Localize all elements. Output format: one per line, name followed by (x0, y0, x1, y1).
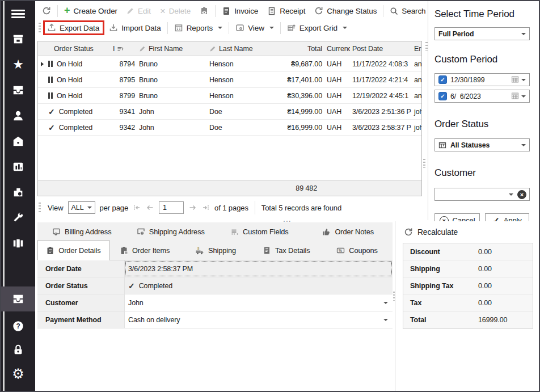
checkbox-checked-icon[interactable]: ✓ (438, 75, 447, 84)
delete-button[interactable]: × Delete (155, 3, 195, 18)
table-row[interactable]: ✓Completed 9342 John Doe ₴16,999.00 UAH … (38, 120, 421, 136)
form-row-order-status: Order Status ✓ Completed (37, 277, 393, 294)
sidebar-item-store[interactable] (1, 26, 35, 52)
sidebar-item-products[interactable] (1, 128, 35, 154)
splitter-grip[interactable] (423, 159, 425, 168)
column-header-first-name[interactable]: First Name (137, 45, 207, 53)
date-to-field[interactable]: ✓ 6/ 6/2023 (434, 90, 530, 103)
plus-icon: + (64, 5, 70, 15)
column-header-email[interactable]: Er (412, 45, 421, 53)
change-status-button[interactable]: Change Status (310, 3, 381, 18)
column-header-id[interactable]: I (112, 45, 137, 53)
pencil-icon (209, 45, 216, 52)
view-eye-icon (235, 23, 244, 32)
table-row[interactable]: On Hold 8794 Bruno Henson ₴9,687.00 UAH … (38, 56, 421, 72)
create-order-button[interactable]: + Create Order (60, 3, 122, 18)
checkbox-checked-icon[interactable]: ✓ (438, 92, 447, 100)
tab-shipping-address[interactable]: Shipping Address (126, 222, 216, 241)
date-from-field[interactable]: ✓ 12/30/1899 (434, 73, 530, 86)
sidebar-item-orders[interactable] (1, 77, 35, 103)
receipt-button[interactable]: Receipt (263, 3, 310, 18)
customer-dropdown[interactable]: John (125, 294, 393, 311)
of-pages-label: of 1 pages (214, 204, 248, 212)
page-number-input[interactable]: 1 (159, 201, 184, 214)
column-header-total[interactable]: Total (276, 45, 324, 53)
invoice-button[interactable]: Invoice (217, 3, 263, 18)
order-status-field[interactable]: ✓ Completed (125, 277, 393, 294)
bar-chart-icon (12, 161, 24, 173)
chevron-down-icon (521, 33, 526, 35)
clear-customer-icon[interactable]: × (517, 190, 526, 199)
previous-page-button[interactable] (146, 204, 154, 212)
gear-icon: ⚙ (12, 367, 24, 381)
tab-custom-fields[interactable]: Custom Fields (215, 222, 304, 241)
edit-button[interactable]: Edit (122, 3, 155, 18)
sidebar-item-tools[interactable] (1, 205, 35, 230)
customer-combobox[interactable]: × (434, 188, 530, 201)
tab-tax-details[interactable]: Tax Details (251, 241, 322, 260)
column-header-order-status[interactable]: Order Status (46, 45, 112, 53)
tab-billing-address[interactable]: Billing Address (37, 222, 126, 241)
sidebar-item-orders-selected[interactable] (1, 286, 35, 311)
orders-inbox-icon (12, 293, 24, 305)
column-header-last-name[interactable]: Last Name (207, 45, 276, 53)
first-page-button[interactable] (133, 204, 141, 212)
completed-check-icon: ✓ (128, 282, 135, 290)
sidebar-item-statistics[interactable] (1, 154, 35, 179)
sidebar-item-plugins[interactable] (1, 179, 35, 205)
export-data-icon (47, 23, 56, 32)
recalculate-button[interactable]: Recalculate (404, 227, 540, 237)
tab-coupons[interactable]: % Coupons (322, 241, 393, 260)
sidebar-item-customers[interactable] (1, 103, 35, 128)
next-page-button[interactable] (188, 204, 197, 212)
sidebar-item-devices[interactable] (1, 230, 35, 256)
preview-order-button[interactable] (195, 3, 213, 18)
completed-check-icon: ✓ (48, 124, 55, 132)
tab-shipping[interactable]: $ Shipping (180, 241, 251, 260)
sidebar-item-settings[interactable]: ⚙ (1, 362, 35, 385)
search-button[interactable]: Search (385, 3, 430, 18)
time-period-select[interactable]: Full Period (434, 27, 530, 40)
order-date-field[interactable]: 3/6/2023 2:58:37 PM (125, 260, 393, 277)
page-size-select[interactable]: ALL (68, 201, 95, 214)
cell-email: and (412, 76, 421, 84)
table-row[interactable]: On Hold 8795 Bruno Henson ₴17,401.00 UAH… (38, 72, 421, 88)
export-grid-button[interactable]: Export Grid (282, 20, 352, 35)
pager-grip[interactable] (39, 203, 41, 213)
devices-icon (12, 237, 24, 250)
column-header-currency[interactable]: Currency (324, 45, 350, 53)
toolbar-grip[interactable] (39, 23, 41, 33)
cell-post-date: 12/19/2022 4:45:1 (350, 92, 412, 100)
chevron-down-icon (343, 27, 347, 29)
refresh-button[interactable] (37, 3, 56, 18)
order-status-label: Order Status (37, 277, 125, 294)
app-window: ★ ? ⚙ (0, 0, 540, 392)
table-row[interactable]: On Hold 8799 Bruno Henson ₴30,396.00 UAH… (38, 88, 421, 104)
table-row[interactable]: ✓Completed 9341 John Doe ₴14,999.00 UAH … (38, 104, 421, 120)
time-period-heading: Select Time Period (434, 9, 540, 20)
chevron-down-icon (509, 193, 513, 196)
import-data-button[interactable]: Import Data (104, 20, 165, 35)
sidebar-item-help[interactable]: ? (1, 314, 35, 338)
view-button[interactable]: View (231, 20, 279, 35)
toolbar-separator (167, 22, 168, 34)
reports-button[interactable]: Reports (170, 20, 227, 35)
order-status-select[interactable]: All Statuses (434, 138, 530, 151)
splitter-grip[interactable] (425, 42, 428, 51)
export-data-button[interactable]: Export Data (43, 20, 104, 35)
toolbar-separator (280, 22, 281, 34)
tab-order-items[interactable]: Order Items (109, 241, 180, 260)
calendar-icon (511, 75, 519, 83)
last-page-button[interactable] (201, 204, 210, 212)
pencil-icon (126, 7, 134, 15)
sidebar-item-favorites[interactable]: ★ (1, 52, 35, 77)
tab-order-notes[interactable]: Order Notes (304, 222, 393, 241)
payment-method-dropdown[interactable]: Cash on delivery (125, 311, 393, 328)
sidebar-item-lock[interactable] (1, 338, 35, 361)
tab-order-details[interactable]: Order Details (37, 240, 109, 260)
column-header-post-date[interactable]: Post Date (350, 45, 412, 53)
menu-button[interactable] (1, 1, 35, 26)
cell-total: ₴30,396.00 (276, 92, 324, 100)
puzzle-icon (12, 186, 24, 199)
custom-period-heading: Custom Period (434, 54, 540, 65)
